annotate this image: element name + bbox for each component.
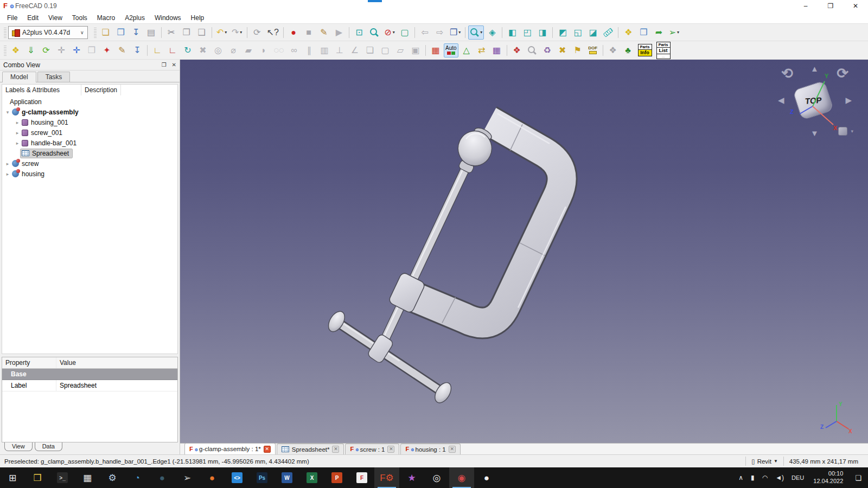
copy-button[interactable]: ❐ xyxy=(180,25,194,40)
taskbar-terminal[interactable]: >_ xyxy=(50,467,75,488)
duplicate-part-button[interactable]: ❐ xyxy=(85,43,99,57)
constraint-axis-parallel-button[interactable]: ∞ xyxy=(287,43,301,57)
open-document-button[interactable]: ❒ xyxy=(114,25,128,40)
taskbar-vscode[interactable]: <> xyxy=(225,467,250,488)
find-constraint-button[interactable] xyxy=(525,43,539,57)
export-part-button[interactable]: ➦ xyxy=(652,25,666,40)
taskbar-freecad[interactable]: F⚙ xyxy=(374,467,399,488)
edit-label-button[interactable]: ⚑ xyxy=(571,43,585,57)
tree-item-g-clamp-assembly[interactable]: ▾g-clamp-assembly xyxy=(2,107,177,117)
constraint-planes-offset-button[interactable]: ❏ xyxy=(363,43,377,57)
constraint-plane-angle-button[interactable]: ▱ xyxy=(393,43,407,57)
constraint-delete-button[interactable]: ✖ xyxy=(196,43,210,57)
constraint-square-button[interactable]: ▢ xyxy=(378,43,392,57)
constraint-point-line-button[interactable]: ∟ xyxy=(165,43,180,57)
tree-item-housing_001[interactable]: ▸housing_001 xyxy=(2,117,177,127)
document-tab-housing[interactable]: Fhousing : 1✕ xyxy=(400,444,460,454)
update-imported-parts-button[interactable]: ⟳ xyxy=(39,43,53,57)
draw-style-button[interactable]: ⊘▾ xyxy=(382,25,397,40)
menu-view[interactable]: View xyxy=(43,13,67,23)
taskbar-settings[interactable]: ⚙ xyxy=(100,467,125,488)
taskbar-photoshop[interactable]: Ps xyxy=(250,467,275,488)
show-dof-button[interactable]: DOF xyxy=(586,43,600,57)
value-column-header[interactable]: Value xyxy=(56,359,177,367)
toolbar-grip[interactable] xyxy=(4,45,7,56)
taskbar-bookmarks-star[interactable]: ★ xyxy=(399,467,424,488)
navcube-top-face[interactable]: TOP xyxy=(793,80,834,120)
fit-all-button[interactable]: ⊡ xyxy=(352,25,366,40)
undo-button[interactable]: ↶▾ xyxy=(215,25,229,40)
zoom-button[interactable]: ▾ xyxy=(468,25,484,40)
refresh-button[interactable]: ⟳ xyxy=(250,25,264,40)
expander-icon[interactable]: ▸ xyxy=(4,161,11,166)
parts-list-button[interactable]: PartsList... xyxy=(655,43,672,57)
redo-button[interactable]: ↷▾ xyxy=(230,25,244,40)
dropdown-arrow-icon[interactable]: ▾ xyxy=(677,30,679,35)
navigation-cube[interactable]: ⟲ ⟳ ▲ ◀ ▶ ▼ TOP Z Y X xyxy=(778,64,852,140)
move-part-constrained-button[interactable]: ✛ xyxy=(69,43,84,57)
close-tab-icon[interactable]: ✕ xyxy=(387,446,394,453)
new-document-button[interactable]: ❏ xyxy=(99,25,113,40)
taskbar-file-explorer[interactable]: ❒ xyxy=(25,467,50,488)
minimize-button[interactable]: – xyxy=(793,0,818,12)
box-selection-button[interactable]: ▢ xyxy=(398,25,412,40)
flip-constraint-button[interactable]: ⇄ xyxy=(475,43,489,57)
constraint-parallel-button[interactable]: ∥ xyxy=(302,43,316,57)
view-axonometric-button[interactable]: ◈ xyxy=(485,25,499,40)
expander-icon[interactable]: ▸ xyxy=(14,140,21,146)
tab-view[interactable]: View xyxy=(4,442,33,451)
nav-down-icon[interactable]: ▼ xyxy=(810,129,819,138)
taskbar-media-app[interactable]: ● xyxy=(150,467,175,488)
constraint-circular-edge-button[interactable]: ↻ xyxy=(181,43,195,57)
force-solve-button[interactable]: ▦ xyxy=(490,43,504,57)
notification-center-icon[interactable]: ❏ xyxy=(848,474,868,482)
view-top-button[interactable]: ◰ xyxy=(520,25,534,40)
constraint-center-button[interactable]: ▣ xyxy=(409,43,423,57)
constraint-axial-button[interactable]: ⌀ xyxy=(226,43,240,57)
menu-tools[interactable]: Tools xyxy=(67,13,92,23)
document-tab-screw[interactable]: Fscrew : 1✕ xyxy=(345,444,399,454)
expander-icon[interactable]: ▸ xyxy=(4,171,11,177)
nav-left-icon[interactable]: ◀ xyxy=(778,95,784,105)
taskbar-firefox[interactable]: ● xyxy=(200,467,225,488)
taskbar-powerpoint[interactable]: P xyxy=(324,467,349,488)
constraint-viewer-button[interactable]: ❖ xyxy=(606,43,620,57)
expander-icon[interactable]: ▾ xyxy=(4,110,11,115)
save-and-restore-button[interactable]: ↧ xyxy=(130,43,144,57)
view-front-button[interactable]: ◧ xyxy=(505,25,519,40)
tab-tasks[interactable]: Tasks xyxy=(37,72,71,82)
part-simple-copy-button[interactable]: ❖ xyxy=(621,25,635,40)
dropdown-arrow-icon[interactable]: ▾ xyxy=(225,30,227,35)
add-part-button[interactable]: ❖ xyxy=(9,43,23,57)
constraint-plane-half-button[interactable]: ◗ xyxy=(257,43,271,57)
paste-button[interactable]: ❑ xyxy=(195,25,209,40)
solve-constraints-button[interactable]: ▦ xyxy=(429,43,443,57)
toolbar-grip[interactable] xyxy=(94,27,97,38)
tray-expand-icon[interactable]: ∧ xyxy=(735,474,747,481)
whats-this-button[interactable]: ↖? xyxy=(265,25,280,40)
property-group-base[interactable]: Base xyxy=(2,369,177,380)
menu-macro[interactable]: Macro xyxy=(92,13,120,23)
view-bottom-button[interactable]: ◱ xyxy=(571,25,585,40)
rotate-ccw-icon[interactable]: ⟲ xyxy=(781,65,793,82)
auto-solve-toggle-button[interactable]: Auto xyxy=(444,43,458,57)
g-clamp-model[interactable] xyxy=(180,60,868,443)
parts-info-button[interactable]: PartsInfo xyxy=(636,43,654,57)
taskbar-start[interactable]: ⊞ xyxy=(0,467,25,488)
tree-item-handle-bar_001[interactable]: ▸handle-bar_001 xyxy=(2,138,177,148)
nav-right-icon[interactable]: ▶ xyxy=(845,95,852,105)
close-tab-icon[interactable]: ✕ xyxy=(264,446,271,453)
float-panel-icon[interactable]: ❐ xyxy=(162,62,167,68)
cut-button[interactable]: ✂ xyxy=(164,25,178,40)
tree-item-screw[interactable]: ▸screw xyxy=(2,158,177,169)
partial-processing-button[interactable]: △ xyxy=(459,43,474,57)
constraint-plane-button[interactable]: ▰ xyxy=(241,43,256,57)
view-left-button[interactable]: ◪ xyxy=(586,25,600,40)
navigation-style-selector[interactable]: ▯ Revit ▼ xyxy=(745,457,783,465)
macro-stop-button[interactable]: ■ xyxy=(302,25,316,40)
constraint-perpendicular-button[interactable]: ⊥ xyxy=(333,43,347,57)
view-rear-button[interactable]: ◩ xyxy=(556,25,570,40)
tree-item-spreadsheet[interactable]: Spreadsheet xyxy=(2,148,177,158)
open-part-folder-button[interactable]: ❒ xyxy=(636,25,650,40)
close-button[interactable]: ✕ xyxy=(843,0,868,12)
